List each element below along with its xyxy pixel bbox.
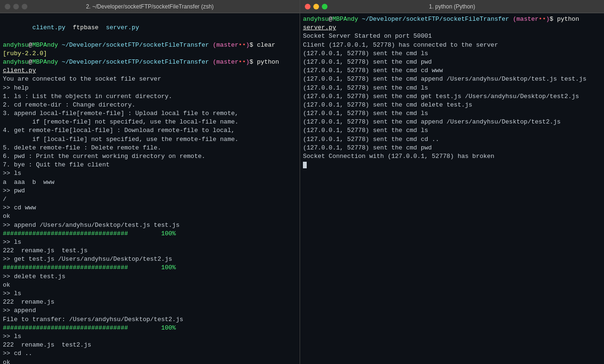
- list-item: >> ls: [3, 332, 297, 341]
- close-icon[interactable]: [305, 4, 310, 9]
- list-item: ok: [3, 358, 297, 364]
- list-item: 222 rename.js: [3, 298, 297, 306]
- list-item: 4. get remote-file[local-file] : Downloa…: [3, 126, 297, 135]
- list-item: 222 rename.js test2.js: [3, 341, 297, 349]
- list-item: >> cd ..: [3, 349, 297, 358]
- list-item: >> help: [3, 84, 297, 92]
- list-item: 5. delete remote-file : Delete remote fi…: [3, 144, 297, 152]
- minimize-icon[interactable]: [313, 4, 319, 9]
- maximize-icon[interactable]: [322, 4, 327, 9]
- left-title: 2. ~/Developer/socketFTP/socketFileTrans…: [86, 3, 214, 10]
- list-item: (127.0.0.1, 52778) sent the cmd append /…: [303, 118, 601, 126]
- list-item: 1. ls : List the objects in current dire…: [3, 92, 297, 101]
- list-item: >> get test.js /Users/andyhsu/Desktop/te…: [3, 255, 297, 264]
- list-item: Socket Connection with (127.0.0.1, 52778…: [303, 152, 601, 161]
- list-item: 222 rename.js test.js: [3, 247, 297, 255]
- left-terminal-body[interactable]: client.py ftpbase server.py andyhsu@MBPA…: [0, 13, 300, 364]
- list-item: (127.0.0.1, 52778) sent the cmd pwd: [303, 58, 601, 66]
- list-item: ################################## 100%: [3, 264, 297, 272]
- list-item: /: [3, 195, 297, 204]
- list-item: Client (127.0.0.1, 52778) has connected …: [303, 41, 601, 50]
- list-item: a aaa b www: [3, 178, 297, 187]
- server-prompt-line: andyhsu@MBPAndy ~/Developer/socketFTP/so…: [303, 15, 601, 32]
- list-item: (127.0.0.1, 52778) sent the cmd get test…: [303, 92, 601, 101]
- left-titlebar: 2. ~/Developer/socketFTP/socketFileTrans…: [0, 0, 300, 13]
- list-item: if [remote-file] not specified, use the …: [3, 118, 297, 126]
- right-pane: 1. python (Python) andyhsu@MBPAndy ~/Dev…: [300, 0, 604, 364]
- close-icon[interactable]: [5, 4, 10, 9]
- list-item: (127.0.0.1, 52778) sent the cmd pwd: [303, 144, 601, 152]
- list-item: File to transfer: /Users/andyhsu/Desktop…: [3, 315, 297, 324]
- list-item: 2. cd remote-dir : Change directory.: [3, 101, 297, 109]
- list-item: ################################## 100%: [3, 324, 297, 332]
- list-item: >> cd www: [3, 204, 297, 212]
- list-item: >> append /Users/andyhsu/Desktop/test.js…: [3, 221, 297, 230]
- left-traffic-lights: [5, 4, 27, 9]
- list-item: (127.0.0.1, 52778) sent the cmd cd www: [303, 66, 601, 75]
- list-item: if [local-file] not specified, use the r…: [3, 135, 297, 144]
- list-item: >> ls: [3, 169, 297, 178]
- maximize-icon[interactable]: [22, 4, 27, 9]
- list-item: (127.0.0.1, 52778) sent the cmd delete t…: [303, 101, 601, 109]
- left-pane: 2. ~/Developer/socketFTP/socketFileTrans…: [0, 0, 300, 364]
- list-item: (127.0.0.1, 52778) sent the cmd append /…: [303, 75, 601, 83]
- right-title: 1. python (Python): [429, 3, 475, 10]
- list-item: (127.0.0.1, 52778) sent the cmd ls: [303, 109, 601, 118]
- list-item: >> pwd: [3, 187, 297, 195]
- list-item: ok: [3, 281, 297, 290]
- list-item: 6. pwd : Print the current working direc…: [3, 152, 297, 161]
- list-item: (127.0.0.1, 52778) sent the cmd ls: [303, 50, 601, 58]
- right-titlebar: 1. python (Python): [300, 0, 604, 13]
- list-item: (127.0.0.1, 52778) sent the cmd ls: [303, 126, 601, 135]
- list-item: You are connected to the socket file ser…: [3, 75, 297, 83]
- list-item: (127.0.0.1, 52778) sent the cmd cd ..: [303, 135, 601, 144]
- list-item: >> delete test.js: [3, 273, 297, 281]
- list-item: client.py ftpbase server.py: [3, 15, 297, 41]
- list-item: ################################## 100%: [3, 230, 297, 238]
- list-item: [303, 161, 601, 169]
- terminal-window: 2. ~/Developer/socketFTP/socketFileTrans…: [0, 0, 604, 364]
- right-traffic-lights: [305, 4, 327, 9]
- list-item: Socket Server Started on port 50001: [303, 32, 601, 41]
- list-item: >> ls: [3, 290, 297, 298]
- list-item: 7. bye : Quit the file client: [3, 161, 297, 169]
- right-terminal-body[interactable]: andyhsu@MBPAndy ~/Developer/socketFTP/so…: [300, 13, 604, 364]
- list-item: ok: [3, 212, 297, 221]
- right-cursor: [303, 162, 307, 168]
- list-item: (127.0.0.1, 52778) sent the cmd ls: [303, 84, 601, 92]
- prompt-line: andyhsu@MBPAndy ~/Developer/socketFTP/so…: [3, 41, 297, 58]
- minimize-icon[interactable]: [13, 4, 19, 9]
- list-item: 3. append local-file[remote-file] : Uplo…: [3, 109, 297, 118]
- list-item: >> ls: [3, 238, 297, 247]
- prompt-line: andyhsu@MBPAndy ~/Developer/socketFTP/so…: [3, 58, 297, 75]
- list-item: >> append: [3, 306, 297, 315]
